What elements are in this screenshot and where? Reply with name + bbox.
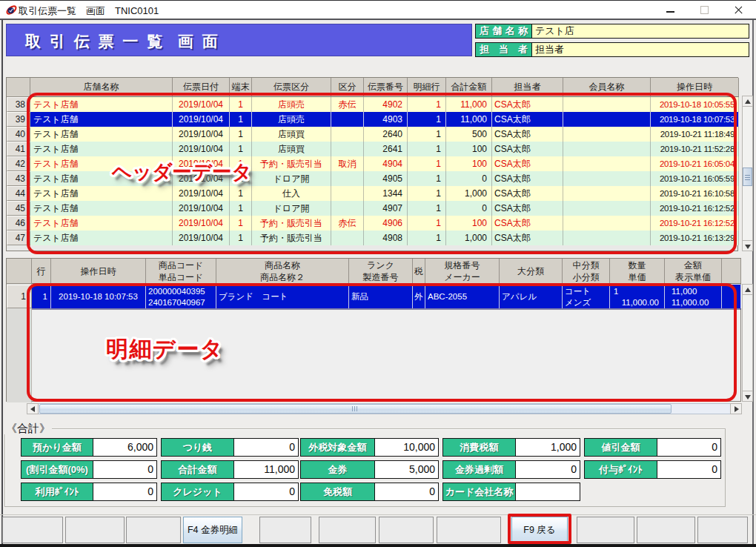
header-grid-vscrollbar[interactable] — [742, 96, 753, 251]
store-name-value[interactable]: テスト店 — [532, 24, 749, 39]
scroll-right-button[interactable] — [730, 403, 742, 414]
total-field-label: クレジット — [161, 483, 234, 501]
total-field-label: 金券 — [300, 460, 375, 479]
detail-grid-col-header[interactable]: 規格番号メーカー — [425, 259, 500, 284]
staff-label: 担当者 — [475, 42, 532, 57]
col-header-line2: 小分類 — [563, 271, 609, 283]
col-header-line1: 数量 — [610, 259, 664, 271]
store-name-label: 店舗名称 — [475, 24, 532, 39]
scrollbar-thumb[interactable] — [39, 404, 672, 414]
function-key-f7 — [379, 517, 434, 543]
totals-title: 《合計》 — [4, 422, 52, 434]
detail-grid-col-header[interactable]: 操作日時 — [51, 259, 146, 284]
annotation-detail-label: 明細データ — [106, 334, 224, 365]
total-field-label: 金券過剰額 — [442, 460, 516, 479]
scroll-right-icon — [735, 406, 739, 412]
total-field-label: 預かり金額 — [21, 438, 93, 457]
function-bar-divider — [0, 514, 756, 515]
col-header-line2: 製造番号 — [349, 271, 412, 283]
screen-banner: 取 引 伝 票 一 覧 画 面 — [6, 24, 472, 56]
total-field: 合計金額11,000 — [161, 460, 299, 479]
detail-grid-col-header[interactable]: 金額表示単価 — [665, 259, 722, 284]
thumb-grip — [745, 175, 750, 176]
total-field-value[interactable] — [515, 483, 580, 501]
total-field-label: 消費税額 — [442, 438, 516, 457]
detail-grid-col-header[interactable]: 大分類 — [500, 259, 563, 284]
detail-grid-col-header[interactable]: 商品コード単品コード — [146, 259, 216, 284]
total-field-value[interactable]: 6,000 — [93, 438, 157, 457]
detail-grid-filler-header — [722, 259, 741, 284]
col-header-line1: 商品コード — [146, 259, 216, 271]
col-header-line1: 行 — [32, 265, 50, 277]
total-field: 金券過剰額0 — [442, 460, 580, 479]
minimize-button[interactable] — [658, 1, 683, 19]
detail-grid-col-header[interactable]: 数量単価 — [610, 259, 665, 284]
detail-grid-col-header[interactable]: 中分類小分類 — [563, 259, 610, 284]
scroll-down-icon — [745, 245, 751, 249]
total-field-label: 利用ﾎﾟｲﾝﾄ — [21, 483, 93, 501]
total-field-value[interactable]: 5,000 — [374, 460, 439, 479]
col-header-line2: 表示単価 — [665, 271, 721, 283]
function-key-f4[interactable]: F4 金券明細 — [183, 517, 242, 543]
total-field-label: 外税対象金額 — [300, 438, 375, 457]
col-header-line1: 規格番号 — [425, 259, 499, 271]
total-field-value[interactable]: 0 — [233, 438, 299, 457]
thumb-grip — [745, 177, 750, 178]
total-field-value[interactable]: 0 — [657, 438, 721, 457]
annotation-header-label: ヘッダーデータ — [112, 159, 252, 185]
maximize-button[interactable] — [692, 1, 717, 19]
thumb-grip — [354, 406, 355, 411]
total-field-value[interactable]: 0 — [657, 460, 721, 479]
window-border-left — [1, 20, 3, 544]
total-field: 値引金額0 — [584, 438, 721, 457]
scroll-up-button[interactable] — [742, 284, 753, 295]
scroll-down-button[interactable] — [742, 391, 753, 402]
total-field-value[interactable]: 0 — [93, 483, 157, 501]
maximize-icon — [700, 6, 709, 14]
annotation-rect-f9 — [508, 514, 571, 544]
total-field-value[interactable]: 0 — [374, 483, 439, 501]
total-field: 付与ﾎﾟｲﾝﾄ0 — [584, 460, 721, 479]
detail-grid-hscrollbar[interactable] — [27, 403, 742, 414]
total-field-label: つり銭 — [161, 438, 234, 457]
total-field: クレジット0 — [161, 483, 299, 501]
total-field-value[interactable]: 0 — [233, 483, 299, 501]
total-field: カード会社名称 — [442, 483, 580, 501]
col-header-line2: 商品名称２ — [216, 271, 348, 283]
total-field-value[interactable]: 0 — [93, 460, 157, 479]
col-header-line1: 税 — [413, 265, 425, 277]
function-key-f8 — [437, 517, 501, 543]
function-key-f10 — [577, 517, 634, 543]
function-key-f6 — [319, 517, 376, 543]
total-field: 外税対象金額10,000 — [300, 438, 439, 457]
function-key-f11 — [637, 517, 695, 543]
total-field-value[interactable]: 1,000 — [515, 438, 580, 457]
function-key-f12 — [697, 517, 748, 543]
thumb-grip — [745, 179, 750, 180]
total-field-label: カード会社名称 — [442, 483, 516, 501]
detail-grid-col-header[interactable]: 行 — [32, 259, 51, 284]
scroll-left-icon — [30, 406, 35, 412]
scroll-up-button[interactable] — [742, 96, 753, 107]
staff-value[interactable]: 担当者 — [532, 42, 749, 57]
total-field-label: 値引金額 — [584, 438, 657, 457]
window-border-bottom — [0, 544, 756, 547]
total-field-value[interactable]: 10,000 — [374, 438, 439, 457]
scroll-down-button[interactable] — [742, 240, 753, 251]
total-field-value[interactable]: 11,000 — [233, 460, 299, 479]
scrollbar-thumb[interactable] — [743, 168, 752, 186]
detail-grid-col-header[interactable]: ランク製造番号 — [349, 259, 413, 284]
detail-grid-vscrollbar[interactable] — [742, 284, 753, 402]
col-header-line1: 大分類 — [500, 265, 562, 277]
total-field: 預かり金額6,000 — [21, 438, 157, 457]
total-field-value[interactable]: 0 — [515, 460, 580, 479]
function-key-f2 — [65, 517, 125, 543]
detail-grid-col-header[interactable]: 商品名称商品名称２ — [216, 259, 349, 284]
total-field: 金券5,000 — [300, 460, 439, 479]
staff-field: 担当者担当者 — [475, 42, 749, 57]
app-icon — [6, 4, 17, 16]
scroll-left-button[interactable] — [27, 403, 39, 414]
close-button[interactable] — [726, 1, 751, 19]
col-header-line1: 操作日時 — [51, 265, 145, 277]
detail-grid-col-header[interactable]: 税 — [413, 259, 425, 284]
